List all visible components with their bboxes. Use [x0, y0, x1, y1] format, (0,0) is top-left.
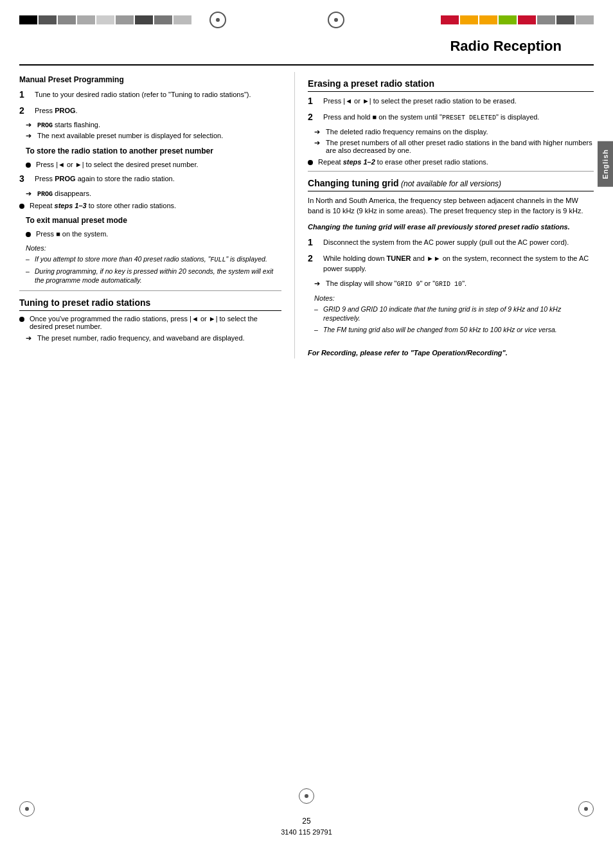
color-block-9 — [173, 15, 191, 24]
grid-note-1: – GRID 9 and GRID 10 indicate that the t… — [314, 305, 594, 323]
tuning-preset-section: Tuning to preset radio stations Once you… — [19, 297, 281, 342]
grid-note-dash-2: – — [314, 325, 321, 335]
erase-step-1-num: 1 — [308, 96, 321, 106]
arrow-preset-display: ➔ The preset number, radio frequency, an… — [26, 334, 281, 342]
color-block-r5 — [518, 15, 536, 24]
changing-grid-header: Changing tuning grid — [308, 178, 399, 188]
grid9-mono: GRID 9 — [396, 281, 420, 288]
step-2: 2 Press PROG. — [19, 105, 281, 116]
color-block-r4 — [499, 15, 517, 24]
bullet-tuning-once: Once you've programmed the radio station… — [19, 315, 281, 330]
bullet-press-stop: Press ■ on the system. — [26, 230, 281, 238]
note-dash-2: – — [26, 267, 32, 276]
bullet-dot-3 — [26, 232, 31, 237]
bullet-repeat-1-3: Repeat steps 1–3 to store other radio st… — [19, 202, 281, 209]
arrow-deleted-freq: ➔ The deleted radio frequency remains on… — [314, 128, 594, 136]
note-text-1: If you attempt to store more than 40 pre… — [35, 254, 267, 265]
color-strip-right — [441, 15, 594, 24]
changing-grid-suffix: (not available for all versions) — [399, 179, 501, 188]
color-block-8 — [154, 15, 172, 24]
note-dash-1: – — [26, 254, 32, 264]
erasing-header: Erasing a preset radio station — [308, 78, 594, 92]
catalog-number: 3140 115 29791 — [0, 828, 613, 836]
left-column: Manual Preset Programming 1 Tune to your… — [19, 72, 295, 359]
note-2: – During programming, if no key is press… — [26, 267, 281, 285]
grid-step-1-content: Disconnect the system from the AC power … — [323, 237, 594, 248]
note-text-2: During programming, if no key is pressed… — [35, 267, 281, 285]
arrow-icon-6: ➔ — [314, 139, 323, 147]
step-3-num: 3 — [19, 173, 32, 184]
page-number: 25 — [0, 817, 613, 826]
bullet-tuning-text: Once you've programmed the radio station… — [30, 315, 281, 330]
grid10-mono: GRID 10 — [435, 281, 462, 288]
color-block-6 — [116, 15, 134, 24]
grid-note-2: – The FM tuning grid also will be change… — [314, 325, 594, 335]
color-block-1 — [19, 15, 37, 24]
bullet-repeat-1-2-text: Repeat steps 1–2 to erase other preset r… — [318, 158, 488, 166]
color-block-3 — [58, 15, 76, 24]
grid-step-1-num: 1 — [308, 237, 321, 247]
color-block-5 — [96, 15, 114, 24]
tuner-label: TUNER — [387, 254, 411, 262]
arrow-icon-2: ➔ — [26, 132, 35, 140]
step-2-content: Press PROG. — [35, 105, 281, 116]
color-block-r7 — [556, 15, 574, 24]
bullet-repeat-1-3-text: Repeat steps 1–3 to store other radio st… — [30, 202, 176, 209]
manual-preset-header: Manual Preset Programming — [19, 75, 281, 84]
exit-header: To exit manual preset mode — [26, 216, 281, 225]
notes-label-1: Notes: — [26, 244, 281, 252]
step-1-num: 1 — [19, 89, 32, 100]
arrow-text-next-preset: The next available preset number is disp… — [37, 132, 223, 139]
changing-grid-header-area: Changing tuning grid (not available for … — [308, 178, 594, 191]
arrow-prog-disappears-text: PROG disappears. — [37, 190, 91, 198]
color-block-r3 — [479, 15, 497, 24]
changing-grid-intro: In North and South America, the frequenc… — [308, 195, 594, 217]
color-block-4 — [77, 15, 95, 24]
right-column: Erasing a preset radio station 1 Press |… — [295, 72, 594, 359]
page-title: Radio Reception — [450, 38, 562, 54]
notes-section-1: Notes: – If you attempt to store more th… — [26, 244, 281, 285]
note-1: – If you attempt to store more than 40 p… — [26, 254, 281, 265]
bottom-center-circle — [299, 788, 314, 804]
notes-label-2: Notes: — [314, 294, 594, 302]
bullet-dot-5 — [308, 160, 313, 165]
step-1-content: Tune to your desired radio station (refe… — [35, 89, 281, 100]
step-1: 1 Tune to your desired radio station (re… — [19, 89, 281, 100]
store-to-another-header: To store the radio station to another pr… — [26, 146, 281, 155]
for-recording-note: For Recording, please refer to "Tape Ope… — [308, 348, 594, 359]
arrow-icon-4: ➔ — [26, 334, 35, 342]
arrow-preset-display-text: The preset number, radio frequency, and … — [37, 334, 245, 342]
side-tab: English — [598, 141, 613, 187]
prog-label-2: PROG — [55, 175, 75, 182]
steps-1-3-label: steps 1–3 — [55, 202, 87, 209]
erase-step-2-num: 2 — [308, 112, 321, 122]
steps-1-2-label: steps 1–2 — [343, 158, 375, 166]
top-bar — [0, 0, 613, 35]
color-block-r2 — [460, 15, 478, 24]
bullet-select-preset: Press |◄ or ►| to select the desired pre… — [26, 161, 281, 168]
page-title-area: Radio Reception — [19, 35, 594, 66]
divider-1 — [19, 290, 281, 291]
prog-label-1: PROG — [55, 107, 75, 114]
erase-step-1: 1 Press |◄ or ►| to select the preset ra… — [308, 96, 594, 107]
step-3: 3 Press PROG again to store the radio st… — [19, 173, 281, 184]
bullet-dot-1 — [26, 163, 31, 168]
grid-step-1: 1 Disconnect the system from the AC powe… — [308, 237, 594, 248]
changing-grid-section: Changing tuning grid (not available for … — [308, 178, 594, 359]
grid-step-2-content: While holding down TUNER and ►► on the s… — [323, 253, 594, 274]
grid-step-2: 2 While holding down TUNER and ►► on the… — [308, 253, 594, 274]
arrow-grid-display-text: The display will show "GRID 9" or "GRID … — [326, 279, 466, 288]
grid-step-2-num: 2 — [308, 253, 321, 263]
tuning-preset-header: Tuning to preset radio stations — [19, 297, 281, 311]
arrow-text-prog-flash: PROG starts flashing. — [37, 121, 100, 129]
color-block-7 — [135, 15, 153, 24]
main-content: Manual Preset Programming 1 Tune to your… — [0, 66, 613, 365]
bullet-repeat-1-2: Repeat steps 1–2 to erase other preset r… — [308, 158, 594, 166]
color-strip-left — [19, 15, 191, 24]
arrow-prog-flash: ➔ PROG starts flashing. — [26, 121, 281, 129]
color-block-r6 — [537, 15, 555, 24]
color-block-r1 — [441, 15, 459, 24]
step-3-content: Press PROG again to store the radio stat… — [35, 173, 281, 184]
arrow-icon-7: ➔ — [314, 279, 323, 288]
prog-mono-2: PROG — [37, 191, 53, 198]
